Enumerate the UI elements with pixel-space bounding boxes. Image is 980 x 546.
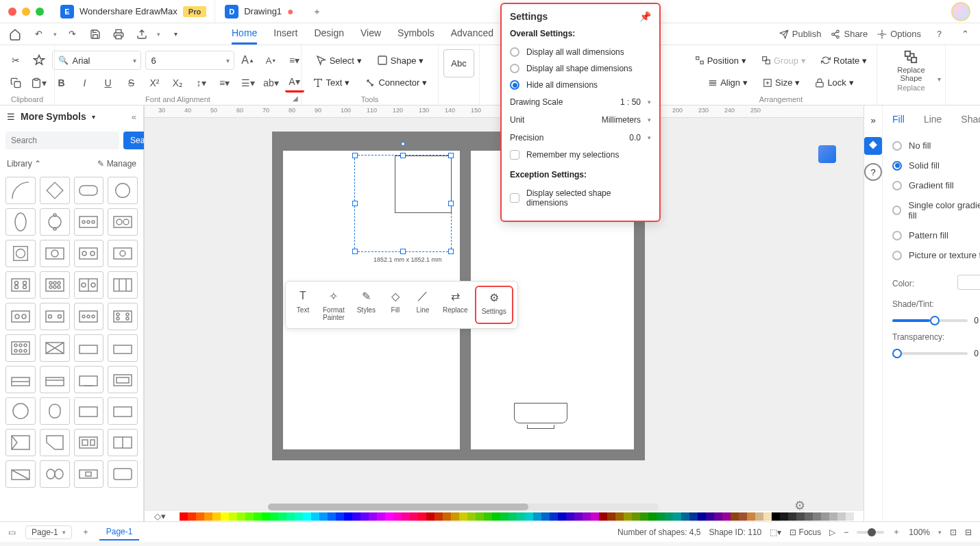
replace-shape-button[interactable]: Replace Shape (897, 49, 924, 82)
format-painter-button[interactable] (29, 51, 49, 70)
color-swatch[interactable] (254, 512, 262, 521)
color-swatch[interactable] (328, 512, 336, 521)
presentation-icon[interactable]: ▷ (829, 528, 835, 537)
underline-button[interactable]: U (99, 73, 118, 92)
color-swatch[interactable] (377, 512, 385, 521)
solid-fill-option[interactable]: Solid fill (892, 156, 980, 175)
color-swatch[interactable] (180, 512, 188, 521)
color-swatch[interactable] (821, 512, 829, 521)
color-swatch[interactable] (188, 512, 196, 521)
collapse-ribbon-icon[interactable]: ⌃ (957, 26, 973, 42)
increase-font-button[interactable]: A▲ (238, 51, 258, 70)
hide-all-dims-option[interactable]: Hide all dimensions (510, 77, 651, 93)
text-direction-button[interactable]: ↕▾ (192, 73, 211, 92)
symbol-item[interactable] (108, 366, 138, 393)
color-swatch[interactable] (796, 512, 805, 521)
precision-select[interactable]: 0.0 (629, 133, 651, 142)
color-swatch[interactable] (731, 512, 739, 521)
color-swatch[interactable] (714, 512, 722, 521)
color-swatch[interactable] (270, 512, 278, 521)
color-swatch[interactable] (772, 512, 780, 521)
shade-slider[interactable] (892, 319, 968, 322)
symbol-item[interactable] (108, 460, 138, 488)
symbol-item[interactable] (74, 240, 104, 267)
rotate-button[interactable]: Rotate▾ (816, 51, 872, 70)
color-swatch[interactable] (196, 512, 204, 521)
print-icon[interactable] (110, 26, 127, 42)
color-swatch[interactable] (303, 512, 311, 521)
app-tab[interactable]: E Wondershare EdrawMax Pro (52, 0, 215, 23)
zoom-in[interactable]: ＋ (892, 526, 901, 538)
options-button[interactable]: Options (877, 29, 921, 39)
color-swatch[interactable] (278, 512, 286, 521)
symbol-item[interactable] (5, 429, 36, 456)
color-swatch[interactable] (657, 512, 665, 521)
share-button[interactable]: Share (831, 29, 868, 39)
abc-style[interactable]: Abc (443, 49, 474, 77)
color-swatch[interactable] (212, 512, 221, 521)
symbol-item[interactable] (74, 303, 104, 330)
page-tab-1[interactable]: Page-1 (99, 524, 140, 541)
select-tool[interactable]: Select ▾ (310, 51, 367, 70)
pattern-fill-option[interactable]: Pattern fill (892, 225, 980, 245)
color-swatch[interactable] (204, 512, 212, 521)
layers-icon[interactable]: ⬚▾ (770, 528, 781, 537)
export-dropdown[interactable]: ▾ (157, 31, 160, 38)
close-window[interactable] (8, 8, 16, 16)
color-swatch[interactable] (829, 512, 837, 521)
tab-insert[interactable]: Insert (273, 23, 297, 45)
horizontal-scrollbar[interactable] (268, 504, 659, 510)
fill-swatch-icon[interactable]: ◇▾ (154, 511, 166, 521)
document-tab[interactable]: D Drawing1 ● (215, 0, 304, 23)
tab-symbols[interactable]: Symbols (397, 23, 434, 45)
pages-icon[interactable]: ▭ (8, 528, 16, 537)
color-swatch[interactable] (229, 512, 237, 521)
align-shapes-button[interactable]: Align▾ (702, 73, 753, 92)
font-dialog-launcher[interactable]: ◢ (293, 95, 298, 102)
expand-right-panel-icon[interactable]: » (864, 111, 882, 129)
color-swatch[interactable] (262, 512, 270, 521)
focus-mode[interactable]: ⊡ Focus (789, 528, 821, 537)
undo-dropdown[interactable]: ▾ (53, 31, 57, 38)
color-swatch[interactable] (722, 512, 731, 521)
float-settings[interactable]: ⚙Settings (475, 286, 513, 324)
lock-button[interactable]: Lock ▾ (809, 73, 859, 92)
color-swatch[interactable] (525, 512, 533, 521)
color-swatch[interactable] (451, 512, 459, 521)
symbol-item[interactable] (5, 177, 36, 204)
symbol-item[interactable] (40, 334, 70, 362)
symbol-item[interactable] (5, 208, 36, 236)
color-swatch[interactable] (426, 512, 434, 521)
color-swatch[interactable] (319, 512, 328, 521)
color-swatch[interactable] (476, 512, 484, 521)
symbol-item[interactable] (74, 366, 104, 393)
font-size-combo[interactable]: 6 (145, 51, 234, 70)
user-avatar[interactable] (951, 2, 970, 21)
color-swatch[interactable] (221, 512, 229, 521)
symbol-item[interactable] (74, 271, 104, 299)
symbol-item[interactable] (108, 334, 138, 362)
symbol-item[interactable] (74, 429, 104, 456)
redo-button[interactable]: ↷ (64, 26, 80, 42)
add-page-button[interactable]: ＋ (82, 526, 90, 538)
color-swatch[interactable] (747, 512, 755, 521)
color-swatch[interactable] (385, 512, 393, 521)
page-dropdown[interactable]: Page-1▾ (25, 525, 72, 539)
publish-button[interactable]: Publish (779, 29, 822, 39)
display-wall-dims-option[interactable]: Display all wall dimensions (510, 44, 651, 60)
symbol-item[interactable] (5, 240, 36, 267)
tab-home[interactable]: Home (232, 23, 257, 45)
tab-design[interactable]: Design (314, 23, 344, 45)
no-fill-option[interactable]: No fill (892, 136, 980, 156)
fill-panel-icon[interactable] (864, 137, 882, 155)
color-swatch[interactable] (410, 512, 418, 521)
color-swatch[interactable] (541, 512, 550, 521)
color-swatch[interactable] (418, 512, 426, 521)
maximize-window[interactable] (36, 8, 44, 16)
symbol-item[interactable] (108, 397, 138, 425)
tab-modified-close-icon[interactable]: ● (287, 5, 294, 18)
line-tab[interactable]: Line (924, 111, 942, 127)
symbol-item[interactable] (5, 397, 36, 425)
connector-tool[interactable]: Connector ▾ (359, 73, 432, 92)
transparency-slider[interactable] (892, 352, 968, 355)
